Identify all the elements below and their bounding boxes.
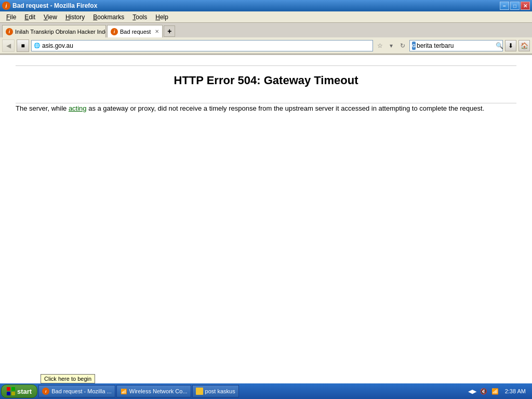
taskbar-postkaskus-label: post kaskus xyxy=(205,388,235,394)
menu-bookmarks[interactable]: Bookmarks xyxy=(89,12,128,22)
taskbar-postkaskus[interactable]: post kaskus xyxy=(192,385,239,397)
search-input[interactable] xyxy=(417,42,495,49)
tray-icon-1[interactable]: ◀▶ xyxy=(468,385,477,397)
taskbar-wifi-icon: 📶 xyxy=(120,388,127,395)
url-box[interactable]: 🌐 xyxy=(31,40,373,51)
menu-edit[interactable]: Edit xyxy=(20,12,39,22)
search-submit-icon[interactable]: 🔍 xyxy=(496,42,503,49)
title-bar-buttons[interactable]: − □ ✕ xyxy=(500,2,530,10)
taskbar-firefox-icon: i xyxy=(42,388,49,395)
close-button[interactable]: ✕ xyxy=(521,2,530,10)
taskbar: start i Bad request - Mozilla ... 📶 Wire… xyxy=(0,383,532,399)
tooltip-click-here: Click here to begin xyxy=(41,374,95,383)
title-bar: i Bad request - Mozilla Firefox − □ ✕ xyxy=(0,0,532,11)
top-divider xyxy=(16,65,516,66)
error-title: HTTP Error 504: Gateway Timeout xyxy=(16,74,516,87)
tab-1-label: Inilah Transkrip Obrolan Hacker Indonesi… xyxy=(15,29,106,35)
url-globe-icon: 🌐 xyxy=(34,43,40,48)
menu-view[interactable]: View xyxy=(39,12,61,22)
menu-bar: File Edit View History Bookmarks Tools H… xyxy=(0,11,532,23)
menu-history[interactable]: History xyxy=(61,12,89,22)
taskbar-firefox[interactable]: i Bad request - Mozilla ... xyxy=(38,385,115,397)
taskbar-wireless-label: Wireless Network Co... xyxy=(129,388,188,394)
new-tab-button[interactable]: + xyxy=(164,25,175,37)
taskbar-wireless[interactable]: 📶 Wireless Network Co... xyxy=(116,385,191,397)
taskbar-tray: ◀▶ 🔇 📶 2:38 AM xyxy=(468,385,531,397)
tab-bar: i Inilah Transkrip Obrolan Hacker Indone… xyxy=(0,23,532,37)
tray-icon-network[interactable]: 📶 xyxy=(490,385,500,397)
error-body-end: as a gateway or proxy, did not receive a… xyxy=(87,104,485,112)
maximize-button[interactable]: □ xyxy=(510,2,520,10)
back-button[interactable]: ◀ xyxy=(2,39,15,52)
google-search-icon: G xyxy=(412,42,416,50)
tab-1-icon: i xyxy=(6,28,13,35)
logo-q3 xyxy=(7,392,10,395)
bookmark-dropdown-icon[interactable]: ▾ xyxy=(387,41,396,50)
window-title: Bad request - Mozilla Firefox xyxy=(12,2,97,9)
tab-2-label: Bad request xyxy=(120,29,151,35)
error-body-start: The server, while xyxy=(16,104,69,112)
stop-button[interactable]: ■ xyxy=(17,39,29,52)
menu-help[interactable]: Help xyxy=(151,12,172,22)
taskbar-folder-icon xyxy=(196,388,203,395)
tab-2-close[interactable]: ✕ xyxy=(155,29,159,34)
minimize-button[interactable]: − xyxy=(500,2,509,10)
page-content: HTTP Error 504: Gateway Timeout The serv… xyxy=(0,55,532,383)
bookmark-star-icon[interactable]: ☆ xyxy=(375,41,384,50)
download-button[interactable]: ⬇ xyxy=(505,40,516,51)
tab-2-icon: i xyxy=(111,28,118,35)
menu-tools[interactable]: Tools xyxy=(128,12,151,22)
title-bar-left: i Bad request - Mozilla Firefox xyxy=(2,2,97,10)
start-button[interactable]: start xyxy=(1,384,37,398)
windows-logo xyxy=(7,387,15,395)
url-input[interactable] xyxy=(42,42,370,49)
start-label: start xyxy=(17,388,32,395)
logo-q2 xyxy=(11,387,15,391)
error-body: The server, while acting as a gateway or… xyxy=(16,103,516,114)
menu-file[interactable]: File xyxy=(2,12,20,22)
address-bar: ◀ ■ 🌐 ☆ ▾ ↻ G 🔍 ⬇ 🏠 xyxy=(0,37,532,54)
tray-icon-2[interactable]: 🔇 xyxy=(479,385,488,397)
tab-2[interactable]: i Bad request ✕ xyxy=(107,25,163,37)
system-clock: 2:38 AM xyxy=(502,388,529,394)
search-box[interactable]: G 🔍 xyxy=(409,40,503,51)
logo-q4 xyxy=(11,392,15,395)
logo-q1 xyxy=(7,387,10,391)
acting-link[interactable]: acting xyxy=(69,104,87,112)
home-button[interactable]: 🏠 xyxy=(518,40,530,51)
taskbar-firefox-label: Bad request - Mozilla ... xyxy=(51,388,112,394)
tab-1[interactable]: i Inilah Transkrip Obrolan Hacker Indone… xyxy=(2,25,106,37)
reload-button[interactable]: ↻ xyxy=(398,41,407,50)
firefox-icon: i xyxy=(2,2,10,10)
